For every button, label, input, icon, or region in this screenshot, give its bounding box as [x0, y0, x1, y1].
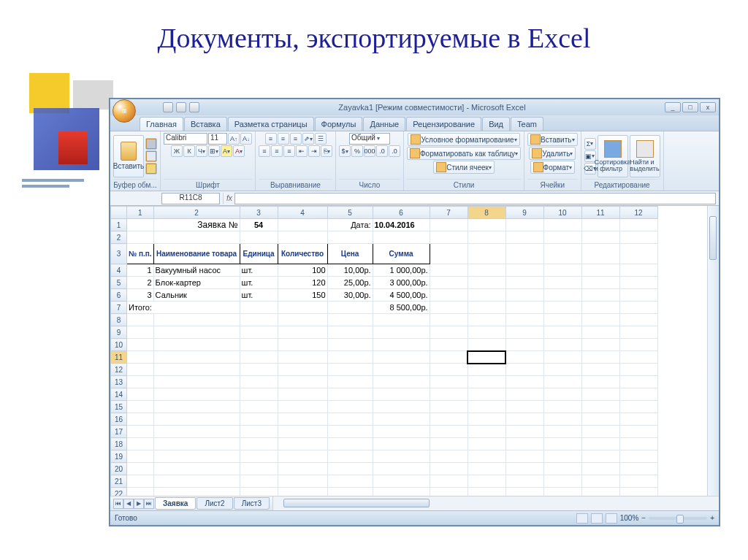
fill-color-button[interactable]: A: [221, 145, 232, 157]
delete-cells-button[interactable]: Удалить: [529, 147, 576, 160]
decrease-decimal-button[interactable]: .0: [389, 145, 400, 157]
spreadsheet-grid[interactable]: 1 2 3 4 5 6 7 8 9 10 11 12 1 Заявка № 54…: [110, 206, 658, 496]
undo-icon[interactable]: [176, 102, 186, 112]
view-layout-button[interactable]: [591, 513, 603, 523]
row-header[interactable]: 5: [111, 277, 127, 289]
horizontal-scrollbar[interactable]: [272, 496, 719, 510]
cell[interactable]: Заявка №: [153, 219, 240, 231]
formula-bar[interactable]: [234, 193, 716, 204]
zoom-level[interactable]: 100%: [620, 514, 639, 522]
row-header[interactable]: 4: [111, 264, 127, 277]
font-size-select[interactable]: 11: [208, 133, 227, 145]
col-header[interactable]: 5: [327, 207, 373, 219]
sheet-nav-first[interactable]: ⏮: [113, 499, 123, 509]
scroll-thumb[interactable]: [709, 216, 717, 260]
comma-button[interactable]: 000: [364, 145, 375, 157]
sheet-tab-2[interactable]: Лист2: [196, 497, 232, 510]
row-header[interactable]: 12: [111, 364, 127, 376]
table-header[interactable]: Сумма: [373, 244, 430, 264]
font-color-button[interactable]: A: [233, 145, 245, 157]
name-box[interactable]: R11C8: [161, 193, 220, 204]
cell[interactable]: Итого:: [127, 302, 240, 314]
active-cell[interactable]: [468, 351, 505, 364]
sort-filter-button[interactable]: Сортировка и фильтр: [598, 135, 628, 177]
row-header[interactable]: 2: [111, 231, 127, 244]
align-right-button[interactable]: ≡: [283, 145, 295, 157]
row-header[interactable]: 13: [111, 376, 127, 388]
zoom-in-button[interactable]: +: [710, 514, 714, 522]
tab-insert[interactable]: Вставка: [184, 117, 227, 131]
format-cells-button[interactable]: Формат: [530, 161, 576, 174]
shrink-font-button[interactable]: A↓: [240, 133, 252, 145]
zoom-slider[interactable]: [649, 517, 707, 520]
minimize-button[interactable]: _: [665, 102, 681, 112]
cell[interactable]: Сальник: [153, 289, 240, 302]
cell-styles-button[interactable]: Стили ячеек: [433, 161, 495, 174]
tab-team[interactable]: Team: [511, 117, 543, 131]
merge-button[interactable]: ⎘: [321, 145, 332, 157]
table-header[interactable]: Единица: [240, 244, 278, 264]
redo-icon[interactable]: [189, 102, 199, 112]
row-header[interactable]: 17: [111, 426, 127, 438]
row-header[interactable]: 3: [111, 244, 127, 264]
col-header[interactable]: 6: [373, 207, 430, 219]
table-header[interactable]: Цена: [327, 244, 373, 264]
grow-font-button[interactable]: A↑: [228, 133, 240, 145]
format-painter-button[interactable]: [145, 163, 157, 174]
view-normal-button[interactable]: [576, 513, 588, 523]
align-center-button[interactable]: ≡: [271, 145, 283, 157]
row-header[interactable]: 14: [111, 388, 127, 401]
cell[interactable]: 120: [278, 277, 327, 289]
cell[interactable]: 3: [127, 289, 154, 302]
increase-indent-button[interactable]: ⇥: [308, 145, 320, 157]
cell[interactable]: 54: [240, 219, 278, 231]
col-header[interactable]: 2: [153, 207, 240, 219]
zoom-out-button[interactable]: −: [641, 514, 646, 522]
col-header[interactable]: 4: [278, 207, 327, 219]
cell[interactable]: 8 500,00р.: [373, 302, 430, 314]
row-header[interactable]: 11: [111, 351, 127, 364]
vertical-scrollbar[interactable]: [707, 206, 719, 496]
insert-cells-button[interactable]: Вставить: [527, 133, 577, 146]
cell[interactable]: 30,00р.: [327, 289, 373, 302]
table-header[interactable]: Наименование товара: [153, 244, 240, 264]
conditional-format-button[interactable]: Условное форматирование: [408, 133, 519, 146]
find-select-button[interactable]: Найти и выделить: [630, 135, 660, 177]
row-header[interactable]: 19: [111, 450, 127, 463]
row-header[interactable]: 10: [111, 339, 127, 351]
cell[interactable]: Дата:: [327, 219, 373, 231]
decrease-indent-button[interactable]: ⇤: [296, 145, 308, 157]
font-name-select[interactable]: Calibri: [164, 133, 207, 145]
paste-button[interactable]: Вставить: [113, 135, 144, 177]
tab-formulas[interactable]: Формулы: [315, 117, 363, 131]
cell[interactable]: Блок-картер: [153, 277, 240, 289]
sheet-nav-prev[interactable]: ◀: [123, 499, 134, 509]
close-button[interactable]: x: [700, 102, 716, 112]
number-format-select[interactable]: Общий: [349, 133, 390, 145]
cell[interactable]: 3 000,00р.: [373, 277, 430, 289]
cell[interactable]: 1: [127, 264, 154, 277]
table-header[interactable]: № п.п.: [127, 244, 154, 264]
maximize-button[interactable]: □: [682, 102, 698, 112]
row-header[interactable]: 6: [111, 289, 127, 302]
cell[interactable]: 25,00р.: [327, 277, 373, 289]
align-top-button[interactable]: ≡: [265, 133, 277, 145]
wrap-text-button[interactable]: ☰: [315, 133, 327, 145]
align-left-button[interactable]: ≡: [259, 145, 270, 157]
col-header[interactable]: 1: [127, 207, 154, 219]
office-button[interactable]: ⊞: [112, 99, 136, 123]
copy-button[interactable]: [145, 150, 157, 162]
tab-view[interactable]: Вид: [482, 117, 510, 131]
orientation-button[interactable]: ⇗: [302, 133, 314, 145]
tab-review[interactable]: Рецензирование: [406, 117, 481, 131]
align-bottom-button[interactable]: ≡: [290, 133, 302, 145]
increase-decimal-button[interactable]: .0: [376, 145, 388, 157]
col-header[interactable]: 12: [619, 207, 657, 219]
tab-data[interactable]: Данные: [363, 117, 405, 131]
border-button[interactable]: ⊞: [208, 145, 220, 157]
row-header[interactable]: 9: [111, 326, 127, 339]
row-header[interactable]: 22: [111, 488, 127, 496]
row-header[interactable]: 1: [111, 219, 127, 231]
col-header[interactable]: 10: [543, 207, 581, 219]
cell[interactable]: 1 000,00р.: [373, 264, 430, 277]
